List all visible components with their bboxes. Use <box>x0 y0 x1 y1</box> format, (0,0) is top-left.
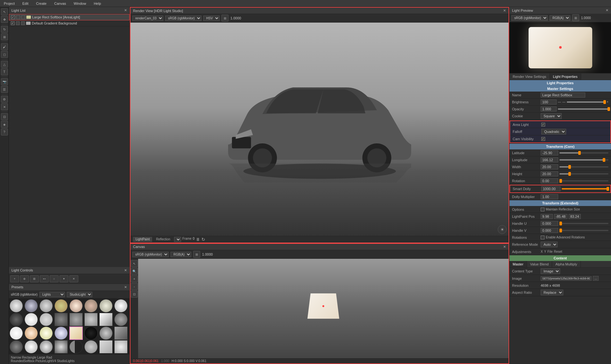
ctrl-add[interactable]: + <box>10 275 19 282</box>
menu-item-help[interactable]: Help <box>93 1 102 6</box>
tool-rotate[interactable]: ↻ <box>1 26 8 33</box>
light-list-close[interactable]: ✕ <box>124 8 127 12</box>
preset-item-4[interactable] <box>69 299 83 312</box>
tool-close[interactable]: ✕ <box>1 103 8 110</box>
content-tab-alphamultiply[interactable]: Alpha Multiply <box>552 261 580 267</box>
ctrl-delete[interactable]: ✕ <box>69 275 78 282</box>
tool-layers[interactable]: ☰ <box>1 86 8 93</box>
preset-item-16[interactable] <box>10 326 23 340</box>
preset-item-25[interactable] <box>25 340 38 354</box>
smartdolly-slider[interactable] <box>562 188 608 189</box>
light-item-1[interactable]: Default Gradient Background <box>9 20 130 26</box>
menu-item-project[interactable]: Project <box>3 1 16 6</box>
preset-item-24[interactable] <box>10 340 23 354</box>
prop-brightness-input[interactable] <box>541 100 557 105</box>
hdr-icon[interactable]: ⊞ <box>221 15 228 22</box>
opacity-slider[interactable] <box>558 108 608 110</box>
preset-item-31[interactable] <box>114 340 128 354</box>
latitude-slider[interactable] <box>559 152 608 154</box>
menu-item-window[interactable]: Window <box>73 1 88 6</box>
prop-name-input[interactable] <box>541 93 585 98</box>
canvas-tool-1[interactable]: ↖ <box>131 260 138 267</box>
prop-width-input[interactable] <box>541 164 558 169</box>
tool-misc2[interactable]: ◈ <box>1 121 8 128</box>
preset-item-23[interactable] <box>114 326 128 340</box>
prop-falloff-select[interactable]: Quadratic <box>541 129 566 134</box>
light-item-0[interactable]: Large Rect Softbox [AreaLight] <box>9 14 130 20</box>
prop-smartdolly-input[interactable] <box>541 186 560 191</box>
prop-handlev-input[interactable] <box>541 228 558 233</box>
tool-scale[interactable]: ⊞ <box>1 33 8 40</box>
brightness-expand[interactable]: + <box>607 100 608 104</box>
preset-item-11[interactable] <box>54 313 68 326</box>
prop-rotation-input[interactable] <box>541 178 558 183</box>
lp-hdr-icon[interactable]: ⊞ <box>572 14 579 21</box>
light-visible-1[interactable] <box>11 21 15 25</box>
preset-item-15[interactable] <box>114 313 128 326</box>
sun-icon[interactable]: ☀ <box>498 225 507 234</box>
preset-item-3[interactable] <box>54 299 68 312</box>
canvas-colorspace-select[interactable]: sRGB (rgbMonitor) <box>132 252 169 257</box>
prop-latitude-input[interactable] <box>541 150 558 155</box>
preset-item-28[interactable] <box>69 340 83 354</box>
brightness-plus[interactable]: — <box>562 100 565 104</box>
ctrl-star[interactable]: ✦ <box>60 275 68 282</box>
prop-cookie-select[interactable]: Square <box>541 113 562 119</box>
colorspace-select[interactable]: sRGB (rgbMonitor) <box>165 16 201 21</box>
handleu-slider[interactable] <box>559 223 608 224</box>
preset-item-1[interactable] <box>25 299 38 312</box>
prop-lpp-y[interactable] <box>554 214 567 219</box>
preset-item-29[interactable] <box>84 340 98 354</box>
preset-item-20[interactable] <box>69 326 83 340</box>
prop-height-input[interactable] <box>541 171 558 176</box>
preset-item-19[interactable] <box>54 326 68 340</box>
prop-opacity-input[interactable] <box>541 106 557 112</box>
ctrl-duplicate[interactable]: ⊕ <box>20 275 29 282</box>
canvas-drawing-area[interactable] <box>138 259 509 358</box>
light-controls-close[interactable]: ✕ <box>124 268 127 272</box>
tool-move[interactable]: ✥ <box>1 16 8 23</box>
tab-light-properties[interactable]: Light Properties <box>550 73 581 80</box>
canvas-tool-5[interactable]: ⊡ <box>131 291 138 298</box>
menu-item-create[interactable]: Create <box>35 1 48 6</box>
tool-misc3[interactable]: ? <box>1 128 8 135</box>
preset-item-8[interactable] <box>10 313 23 326</box>
frame-select[interactable] <box>174 237 181 242</box>
presets-subcategory-select[interactable]: StudioLights <box>67 292 92 297</box>
tab-render-settings[interactable]: Render View Settings <box>509 73 550 80</box>
prop-lpp-z[interactable] <box>569 214 581 219</box>
content-tab-master[interactable]: Master <box>509 261 527 267</box>
canvas-tool-4[interactable]: - <box>131 283 138 290</box>
camera-select[interactable]: renderCam_03 <box>132 16 163 21</box>
prop-handleu-input[interactable] <box>541 221 558 226</box>
preset-item-10[interactable] <box>39 313 53 326</box>
refresh-btn[interactable]: ↻ <box>201 237 205 242</box>
preset-item-17[interactable] <box>25 326 38 340</box>
height-slider[interactable] <box>559 173 608 175</box>
tool-eraser[interactable]: ◻ <box>1 51 8 58</box>
preset-item-26[interactable] <box>39 340 53 354</box>
prop-image-input[interactable] <box>541 276 592 281</box>
canvas-hdr-icon[interactable]: ⊞ <box>193 251 200 258</box>
preset-item-30[interactable] <box>99 340 113 354</box>
prop-lpp-x[interactable] <box>541 214 553 219</box>
prop-contenttype-select[interactable]: Image <box>541 268 560 274</box>
preset-item-14[interactable] <box>99 313 113 326</box>
presets-category-select[interactable]: Lights <box>39 292 65 297</box>
preset-item-9[interactable] <box>25 313 38 326</box>
tool-paint[interactable]: 🖌 <box>1 43 8 50</box>
canvas-tool-2[interactable]: 🔍 <box>131 268 138 275</box>
tool-misc1[interactable]: ⊡ <box>1 113 8 120</box>
image-browse-btn[interactable]: ... <box>593 276 599 281</box>
canvas-close[interactable]: ✕ <box>503 245 506 249</box>
longitude-slider[interactable] <box>559 159 608 161</box>
menu-item-edit[interactable]: Edit <box>21 1 30 6</box>
content-tab-valueblend[interactable]: Value Blend <box>527 261 552 267</box>
tab-lightpaint[interactable]: LightPaint <box>133 237 152 242</box>
lp-colorspace[interactable]: sRGB (rgbMonitor) <box>511 15 548 21</box>
prop-aspectratio-select[interactable]: Replace <box>541 290 563 295</box>
enable-advanced-rotations-checkbox[interactable] <box>541 236 544 239</box>
tab-reflection[interactable]: Reflection <box>153 237 172 242</box>
preset-item-27[interactable] <box>54 340 68 354</box>
preset-item-12[interactable] <box>69 313 83 326</box>
